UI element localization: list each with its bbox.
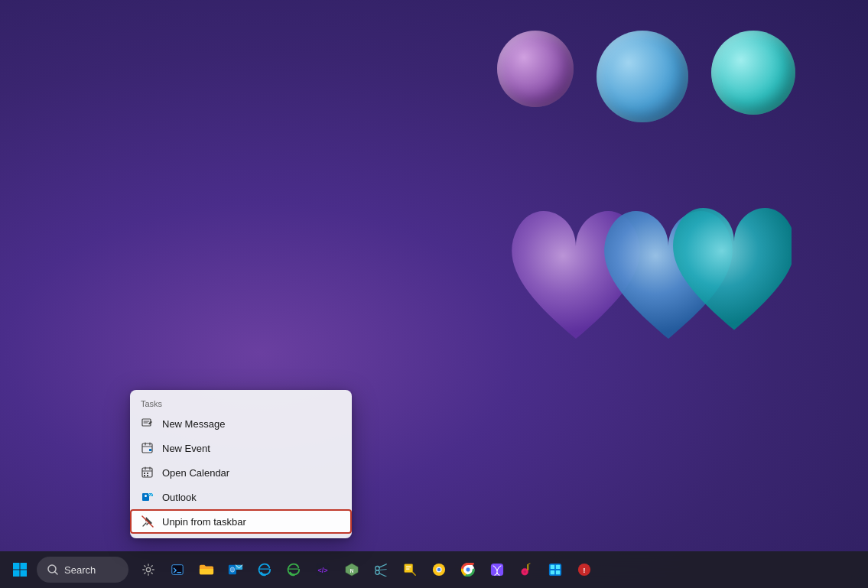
svg-text:</>: </> bbox=[317, 567, 327, 574]
new-message-label: New Message bbox=[162, 418, 225, 430]
edge-icon bbox=[258, 563, 271, 577]
node-icon: N bbox=[345, 563, 359, 577]
context-menu: Tasks New Message Ne bbox=[130, 390, 352, 538]
gear-icon bbox=[141, 563, 155, 577]
svg-point-16 bbox=[146, 567, 150, 571]
svg-rect-12 bbox=[21, 563, 28, 570]
guitar-taskbar-icon[interactable] bbox=[512, 556, 540, 583]
edge-green-icon bbox=[287, 563, 301, 577]
context-menu-new-event[interactable]: New Event bbox=[130, 436, 352, 460]
unpin-taskbar-label: Unpin from taskbar bbox=[162, 516, 246, 528]
svg-rect-11 bbox=[13, 563, 20, 570]
svg-rect-40 bbox=[551, 570, 554, 574]
svg-rect-13 bbox=[13, 570, 20, 577]
calendar-grid-icon bbox=[141, 466, 154, 479]
xbox-icon bbox=[490, 563, 504, 577]
folder-icon bbox=[199, 563, 214, 577]
taskbar-icons: </> N bbox=[135, 556, 598, 583]
bubbles-row bbox=[470, 31, 822, 122]
chrome-yellow-icon bbox=[432, 563, 446, 577]
context-menu-unpin[interactable]: Unpin from taskbar bbox=[130, 509, 352, 534]
svg-text:N: N bbox=[350, 568, 354, 573]
outlook-taskbar-icon[interactable] bbox=[222, 556, 249, 583]
calendar-icon bbox=[141, 441, 154, 455]
node-taskbar-icon[interactable]: N bbox=[338, 556, 366, 583]
svg-text:!: ! bbox=[583, 566, 585, 574]
svg-point-19 bbox=[230, 567, 234, 572]
context-menu-new-message[interactable]: New Message bbox=[130, 411, 352, 436]
guitar-icon bbox=[519, 563, 533, 577]
svg-point-25 bbox=[375, 567, 379, 570]
store-icon bbox=[548, 563, 562, 577]
svg-point-30 bbox=[437, 568, 441, 572]
scissors-icon bbox=[374, 563, 388, 577]
svg-rect-5 bbox=[147, 473, 148, 474]
unpin-icon bbox=[141, 515, 154, 528]
chrome-taskbar-icon[interactable] bbox=[454, 556, 482, 583]
bubble-pink bbox=[497, 31, 574, 107]
svg-rect-14 bbox=[21, 570, 28, 577]
search-icon bbox=[47, 564, 58, 575]
svg-rect-41 bbox=[556, 570, 560, 574]
devtools-icon: </> bbox=[316, 563, 330, 577]
context-menu-outlook[interactable]: Outlook bbox=[130, 485, 352, 509]
antivirus-taskbar-icon[interactable]: ! bbox=[571, 556, 598, 583]
chrome-icon bbox=[461, 563, 475, 577]
compose-icon bbox=[141, 417, 154, 430]
xbox-taskbar-icon[interactable] bbox=[483, 556, 511, 583]
devtools-taskbar-icon[interactable]: </> bbox=[309, 556, 336, 583]
new-event-label: New Event bbox=[162, 443, 210, 454]
outlook-label: Outlook bbox=[162, 492, 197, 503]
svg-point-26 bbox=[375, 570, 379, 574]
sticky-notes-icon bbox=[403, 563, 417, 577]
svg-rect-38 bbox=[551, 565, 554, 569]
desktop: Tasks New Message Ne bbox=[0, 0, 868, 588]
outlook-taskbar-icon-img bbox=[228, 563, 243, 577]
settings-taskbar-icon[interactable] bbox=[135, 556, 162, 583]
hearts-illustration bbox=[470, 138, 822, 390]
bubble-blue bbox=[597, 31, 688, 122]
terminal-taskbar-icon[interactable] bbox=[164, 556, 191, 583]
svg-rect-17 bbox=[172, 565, 183, 575]
svg-rect-1 bbox=[142, 443, 152, 453]
desktop-illustration bbox=[470, 31, 822, 413]
chrome-yellow-taskbar-icon[interactable] bbox=[425, 556, 453, 583]
svg-point-32 bbox=[466, 567, 470, 572]
outlook-icon bbox=[141, 490, 154, 504]
search-label: Search bbox=[64, 564, 96, 576]
context-menu-section-label: Tasks bbox=[130, 395, 352, 411]
svg-point-35 bbox=[523, 570, 526, 573]
sticky-taskbar-icon[interactable] bbox=[396, 556, 424, 583]
store-taskbar-icon[interactable] bbox=[541, 556, 569, 583]
svg-rect-36 bbox=[527, 564, 528, 570]
edge-taskbar-icon[interactable] bbox=[251, 556, 278, 583]
explorer-taskbar-icon[interactable] bbox=[193, 556, 220, 583]
svg-rect-27 bbox=[405, 564, 413, 573]
svg-rect-39 bbox=[556, 565, 560, 569]
svg-rect-7 bbox=[147, 475, 148, 476]
snip-taskbar-icon[interactable] bbox=[367, 556, 395, 583]
svg-rect-6 bbox=[144, 475, 145, 476]
antivirus-icon: ! bbox=[577, 563, 591, 577]
svg-rect-4 bbox=[144, 473, 145, 474]
bubble-teal bbox=[711, 31, 795, 115]
taskbar: Search bbox=[0, 551, 868, 588]
open-calendar-label: Open Calendar bbox=[162, 467, 229, 479]
terminal-icon bbox=[171, 563, 184, 577]
svg-rect-9 bbox=[145, 495, 147, 497]
edge-green-taskbar-icon[interactable] bbox=[280, 556, 307, 583]
svg-rect-2 bbox=[149, 449, 151, 451]
context-menu-open-calendar[interactable]: Open Calendar bbox=[130, 460, 352, 485]
start-button[interactable] bbox=[6, 556, 34, 583]
taskbar-search[interactable]: Search bbox=[37, 557, 128, 583]
